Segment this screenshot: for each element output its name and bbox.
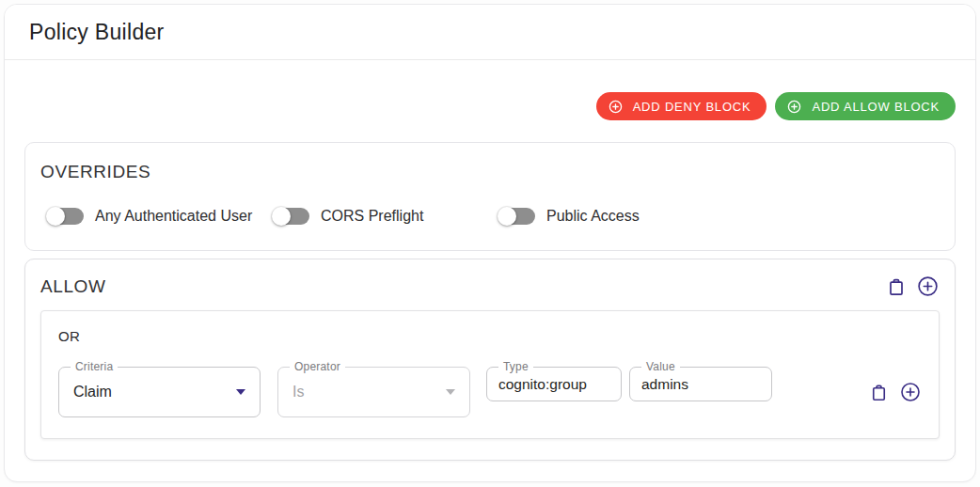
operator-select[interactable]: Operator Is — [277, 367, 470, 417]
operator-field-label: Operator — [290, 360, 345, 373]
operator-selected-value: Is — [292, 384, 304, 401]
page-content: ADD DENY BLOCK ADD ALLOW BLOCK OVERRIDES — [5, 60, 975, 461]
add-rule-plus-icon[interactable] — [899, 381, 922, 403]
page-title: Policy Builder — [29, 20, 165, 45]
toggle-label: Any Authenticated User — [95, 208, 252, 225]
switch-thumb — [498, 207, 516, 226]
plus-circle-icon — [786, 99, 802, 115]
toggle-cors-preflight: CORS Preflight — [272, 207, 498, 226]
toggle-public-access: Public Access — [498, 207, 723, 226]
value-field-label: Value — [641, 360, 680, 373]
criteria-selected-value: Claim — [73, 384, 112, 401]
add-deny-block-button[interactable]: ADD DENY BLOCK — [596, 92, 767, 120]
page-header: Policy Builder — [5, 5, 975, 60]
toggle-any-authenticated-user: Any Authenticated User — [46, 207, 272, 226]
allow-block-actions — [885, 275, 940, 298]
plus-circle-icon — [608, 99, 624, 115]
switch-thumb — [46, 207, 65, 226]
overrides-heading: OVERRIDES — [40, 162, 940, 182]
caret-down-icon — [236, 389, 245, 395]
value-input[interactable] — [641, 376, 760, 393]
any-authenticated-user-switch[interactable] — [46, 207, 84, 226]
delete-block-trash-icon[interactable] — [885, 275, 908, 298]
type-field-label: Type — [498, 360, 533, 373]
toggle-label: CORS Preflight — [321, 208, 423, 225]
block-actions-row: ADD DENY BLOCK ADD ALLOW BLOCK — [24, 92, 956, 120]
group-operator-label: OR — [58, 328, 922, 344]
allow-heading: ALLOW — [40, 276, 106, 297]
add-deny-block-label: ADD DENY BLOCK — [633, 100, 751, 114]
add-allow-block-button[interactable]: ADD ALLOW BLOCK — [775, 92, 956, 120]
allow-block-section: ALLOW OR — [24, 259, 956, 461]
add-rule-group-plus-icon[interactable] — [916, 275, 940, 298]
rule-group: OR Criteria Claim Operator Is Type — [40, 310, 940, 439]
criteria-field-label: Criteria — [71, 360, 118, 373]
type-input[interactable] — [498, 376, 609, 393]
policy-builder-page: Policy Builder ADD DENY BLOCK ADD ALLOW … — [4, 4, 976, 482]
switch-thumb — [272, 207, 291, 226]
add-allow-block-label: ADD ALLOW BLOCK — [812, 100, 940, 114]
type-field: Type — [486, 367, 622, 401]
delete-rule-trash-icon[interactable] — [868, 382, 890, 403]
criteria-select[interactable]: Criteria Claim — [58, 367, 261, 417]
value-field: Value — [629, 367, 772, 401]
rule-row-actions — [868, 367, 922, 417]
allow-block-header: ALLOW — [40, 275, 940, 298]
overrides-toggles-row: Any Authenticated User CORS Preflight Pu… — [40, 207, 940, 226]
cors-preflight-switch[interactable] — [272, 207, 309, 226]
overrides-section: OVERRIDES Any Authenticated User CORS Pr… — [24, 142, 956, 251]
rule-row: Criteria Claim Operator Is Type — [58, 367, 922, 417]
toggle-label: Public Access — [546, 208, 640, 225]
caret-down-icon — [446, 389, 455, 395]
public-access-switch[interactable] — [498, 207, 535, 226]
